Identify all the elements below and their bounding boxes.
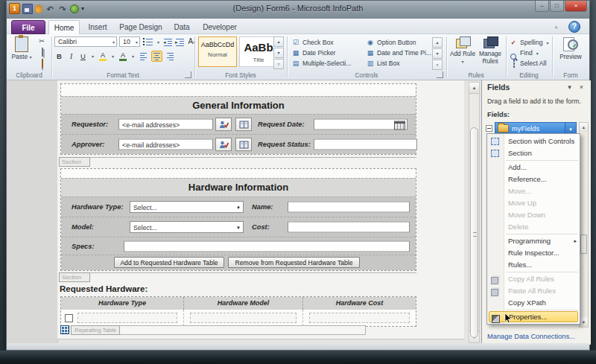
remove-from-requested-hardware-button[interactable]: Remove from Requested Hardware Table <box>228 257 360 268</box>
table-cell[interactable] <box>61 310 184 326</box>
requestor-email-field[interactable]: <e-mail addresses> <box>118 119 213 130</box>
pane-menu-icon[interactable]: ▾ <box>565 83 574 92</box>
pane-close-icon[interactable]: × <box>577 83 586 92</box>
control-check-box[interactable]: ☑ Check Box <box>291 37 363 47</box>
request-date-field[interactable] <box>314 119 408 130</box>
control-multiple-selection[interactable]: ▤ Multiple-Selecti... <box>291 58 363 68</box>
hardware-type-select[interactable]: Select... ▼ <box>130 201 244 213</box>
menu-item-properties[interactable]: Properties... <box>489 311 578 322</box>
select-all-button[interactable]: Select All <box>509 58 546 68</box>
more-controls-icon[interactable]: ▿ <box>432 60 443 70</box>
control-date-picker[interactable]: ▦ Date Picker <box>291 48 363 57</box>
control-list-box[interactable]: ▥ List Box <box>366 58 434 68</box>
quick-launch-icon[interactable] <box>35 4 42 13</box>
font-size-select[interactable]: 10 ▾ <box>119 36 140 47</box>
align-left-icon[interactable] <box>138 51 149 62</box>
cell-field[interactable] <box>190 313 297 323</box>
infopath-app-icon[interactable]: 1 <box>9 3 20 14</box>
manage-data-connections-link[interactable]: Manage Data Connections... <box>487 333 575 340</box>
close-button[interactable]: × <box>565 1 587 12</box>
check-names-button[interactable] <box>215 118 232 131</box>
scroll-up-icon[interactable]: ▴ <box>580 123 588 132</box>
minimize-ribbon-icon[interactable]: ▵ <box>551 22 561 31</box>
menu-item-copy-xpath[interactable]: Copy XPath <box>487 297 580 309</box>
request-status-field[interactable] <box>314 139 417 150</box>
style-normal[interactable]: AaBbCcDd Normal <box>198 36 237 67</box>
menu-item-rules[interactable]: Rules... <box>487 259 580 271</box>
address-book-button[interactable] <box>235 118 252 131</box>
tab-data[interactable]: Data <box>168 20 196 34</box>
highlight-dropdown-icon[interactable]: ▾ <box>110 54 115 59</box>
model-select[interactable]: Select... ▼ <box>130 221 244 233</box>
tab-home[interactable]: Home <box>48 20 80 35</box>
minimize-button[interactable]: – <box>535 1 549 12</box>
italic-button[interactable]: I <box>66 51 76 62</box>
manage-rules-button[interactable]: Manage Rules <box>477 36 504 70</box>
decrease-indent-icon[interactable]: ◂ <box>163 37 173 47</box>
format-painter-icon[interactable] <box>37 59 47 68</box>
style-title[interactable]: AaBb Title <box>239 36 278 67</box>
scroll-up-icon[interactable]: ▴ <box>432 37 443 48</box>
scroll-down-icon[interactable]: ▾ <box>273 48 284 58</box>
menu-item-reference[interactable]: Reference... <box>487 173 580 185</box>
underline-button[interactable]: U <box>78 51 88 62</box>
table-cell[interactable] <box>303 310 416 326</box>
form-page[interactable]: General Information Requestor: <e-mail a… <box>57 80 464 339</box>
more-styles-icon[interactable]: ▿ <box>273 59 284 69</box>
menu-item-rule-inspector[interactable]: Rule Inspector... <box>487 247 580 259</box>
spelling-button[interactable]: ✓ Spelling ▾ <box>509 37 551 48</box>
scroll-down-icon[interactable]: ▾ <box>580 318 588 327</box>
copy-icon[interactable] <box>37 48 47 57</box>
bullets-dropdown-icon[interactable]: ▾ <box>156 39 161 45</box>
tree-expand-icon[interactable] <box>486 125 492 132</box>
repeating-table-tab[interactable]: Repeating Table <box>60 325 366 335</box>
help-icon[interactable]: ? <box>568 21 580 33</box>
pin-icon[interactable] <box>70 4 79 13</box>
address-book-button[interactable] <box>235 138 252 151</box>
font-color-dropdown-icon[interactable]: ▾ <box>130 54 136 59</box>
undo-icon[interactable]: ↶ <box>45 4 55 14</box>
control-date-time-picker[interactable]: ▦ Date and Time Pi... <box>366 48 434 57</box>
maximize-button[interactable]: □ <box>550 1 564 12</box>
bold-button[interactable]: B <box>54 51 64 62</box>
table-cell[interactable] <box>184 310 303 326</box>
check-names-button[interactable] <box>215 138 232 151</box>
tab-developer[interactable]: Developer <box>197 20 242 34</box>
menu-item-section-with-controls[interactable]: Section with Controls <box>487 135 580 147</box>
align-right-icon[interactable] <box>165 51 176 62</box>
approver-email-field[interactable]: <e-mail addresses> <box>118 139 213 150</box>
preview-button[interactable]: ✓ Preview <box>557 36 585 70</box>
section-tab[interactable]: Section <box>59 157 416 167</box>
cell-field[interactable] <box>309 313 410 323</box>
calendar-icon[interactable] <box>394 121 405 130</box>
cost-field[interactable] <box>288 222 410 233</box>
align-center-icon[interactable] <box>151 51 162 62</box>
tab-insert[interactable]: Insert <box>81 20 114 34</box>
menu-item-add[interactable]: Add... <box>487 162 580 173</box>
general-information-section[interactable]: General Information Requestor: <e-mail a… <box>60 83 416 155</box>
scroll-up-icon[interactable]: ▴ <box>469 83 479 94</box>
cut-icon[interactable]: ✂ <box>37 36 47 46</box>
scrollbar-thumb[interactable] <box>470 127 478 338</box>
underline-dropdown-icon[interactable]: ▾ <box>90 54 95 59</box>
bullets-icon[interactable] <box>142 37 153 47</box>
hardware-information-section[interactable]: Hardware Information Hardware Type: Sele… <box>60 168 416 271</box>
tab-file[interactable]: File <box>11 20 45 34</box>
scrollbar-thumb[interactable] <box>580 234 587 254</box>
paste-button[interactable]: Paste ▾ <box>10 36 33 71</box>
cell-field[interactable] <box>77 313 177 323</box>
section-tab[interactable]: Section <box>59 272 416 282</box>
highlight-color-icon[interactable]: A <box>98 51 108 62</box>
menu-item-section[interactable]: Section <box>487 147 580 159</box>
add-to-requested-hardware-button[interactable]: Add to Requested Hardware Table <box>114 257 224 268</box>
row-checkbox[interactable] <box>65 314 73 322</box>
specs-field[interactable] <box>124 240 410 252</box>
canvas-scrollbar[interactable]: ▴ ▾ <box>469 82 480 343</box>
customize-quick-access-icon[interactable]: ▾ <box>81 5 84 12</box>
increase-indent-icon[interactable]: ▸ <box>175 37 185 47</box>
find-button[interactable]: Find ▾ <box>509 48 540 58</box>
add-rule-button[interactable]: Add Rule ▾ <box>449 36 476 70</box>
font-color-icon[interactable]: A <box>118 51 128 62</box>
name-field[interactable] <box>288 202 410 213</box>
save-icon[interactable] <box>22 4 33 14</box>
